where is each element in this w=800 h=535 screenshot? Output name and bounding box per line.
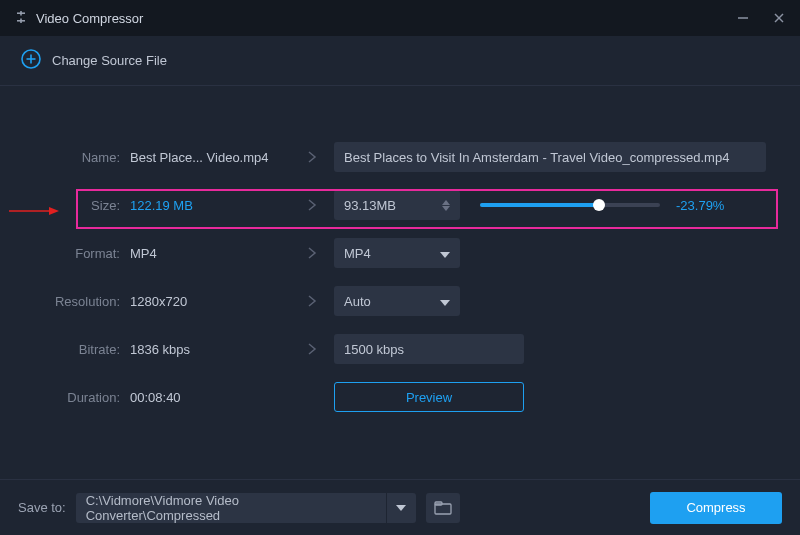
arrow-icon <box>290 341 334 357</box>
format-value: MP4 <box>130 246 290 261</box>
titlebar: Video Compressor <box>0 0 800 36</box>
change-source-label[interactable]: Change Source File <box>52 53 167 68</box>
format-select[interactable]: MP4 <box>334 238 460 268</box>
arrow-icon <box>290 197 334 213</box>
size-percent: -23.79% <box>676 198 724 213</box>
svg-marker-13 <box>440 300 450 306</box>
size-value: 122.19 MB <box>130 198 290 213</box>
change-source-icon[interactable] <box>20 48 42 73</box>
footer: Save to: C:\Vidmore\Vidmore Video Conver… <box>0 479 800 535</box>
slider-thumb[interactable] <box>593 199 605 211</box>
arrow-icon <box>290 293 334 309</box>
row-resolution: Resolution: 1280x720 Auto <box>0 278 800 324</box>
chevron-down-icon <box>440 294 450 309</box>
save-to-label: Save to: <box>18 500 66 515</box>
app-icon <box>14 10 28 27</box>
svg-marker-10 <box>442 200 450 205</box>
svg-marker-12 <box>440 252 450 258</box>
chevron-down-icon <box>396 505 406 511</box>
svg-marker-11 <box>442 206 450 211</box>
format-label: Format: <box>0 246 130 261</box>
chevron-down-icon <box>440 246 450 261</box>
resolution-select[interactable]: Auto <box>334 286 460 316</box>
size-slider[interactable] <box>480 203 660 207</box>
row-bitrate: Bitrate: 1836 kbps 1500 kbps <box>0 326 800 372</box>
arrow-icon <box>290 149 334 165</box>
save-path-field[interactable]: C:\Vidmore\Vidmore Video Converter\Compr… <box>76 493 386 523</box>
save-path-dropdown[interactable] <box>386 493 416 523</box>
bitrate-value: 1836 kbps <box>130 342 290 357</box>
resolution-label: Resolution: <box>0 294 130 309</box>
svg-marker-15 <box>49 207 59 215</box>
compress-button[interactable]: Compress <box>650 492 782 524</box>
row-size: Size: 122.19 MB 93.13MB -23.79% <box>0 182 800 228</box>
row-name: Name: Best Place... Video.mp4 Best Place… <box>0 134 800 180</box>
svg-marker-16 <box>396 505 406 511</box>
name-value: Best Place... Video.mp4 <box>130 150 290 165</box>
close-button[interactable] <box>772 11 786 25</box>
app-title: Video Compressor <box>36 11 143 26</box>
minimize-button[interactable] <box>736 11 750 25</box>
bitrate-label: Bitrate: <box>0 342 130 357</box>
row-duration: Duration: 00:08:40 Preview <box>0 374 800 420</box>
bitrate-field[interactable]: 1500 kbps <box>334 334 524 364</box>
row-format: Format: MP4 MP4 <box>0 230 800 276</box>
output-name-field[interactable]: Best Places to Visit In Amsterdam - Trav… <box>334 142 766 172</box>
spinner-icon[interactable] <box>442 200 450 211</box>
arrow-annotation <box>9 206 59 216</box>
folder-icon <box>434 501 452 515</box>
open-folder-button[interactable] <box>426 493 460 523</box>
name-label: Name: <box>0 150 130 165</box>
resolution-value: 1280x720 <box>130 294 290 309</box>
duration-value: 00:08:40 <box>130 390 290 405</box>
duration-label: Duration: <box>0 390 130 405</box>
preview-button[interactable]: Preview <box>334 382 524 412</box>
arrow-icon <box>290 245 334 261</box>
output-size-field[interactable]: 93.13MB <box>334 190 460 220</box>
